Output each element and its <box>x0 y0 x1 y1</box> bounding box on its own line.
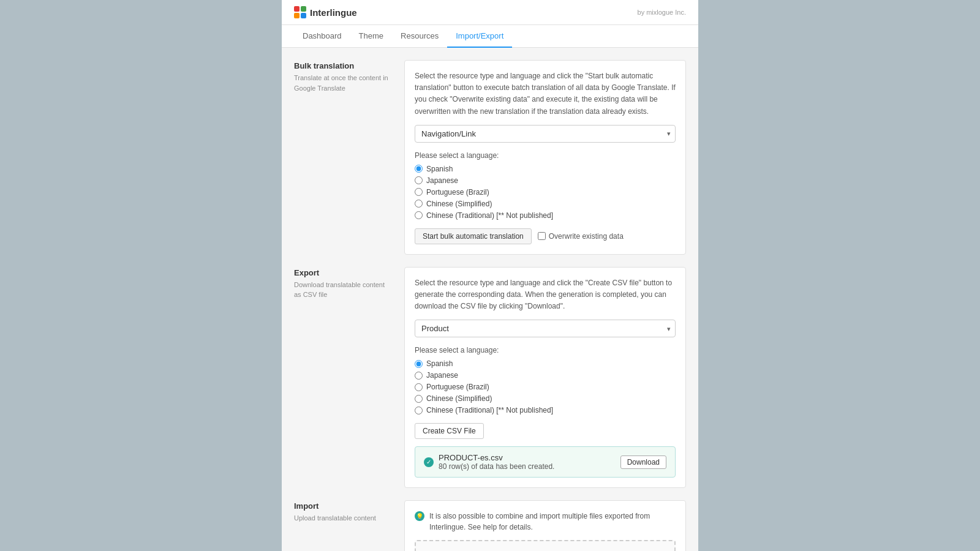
import-info-text: It is also possible to combine and impor… <box>429 511 676 533</box>
header: Interlingue by mixlogue Inc. <box>282 0 698 25</box>
bulk-translation-title: Bulk translation <box>294 61 392 70</box>
tab-theme[interactable]: Theme <box>350 25 392 48</box>
export-lang-japanese[interactable]: Japanese <box>415 371 676 380</box>
export-lang-zh-cn[interactable]: Chinese (Simplified) <box>415 394 676 403</box>
export-lang-japanese-radio[interactable] <box>415 372 423 380</box>
bulk-lang-pt-br[interactable]: Portuguese (Brazil) <box>415 188 676 197</box>
bulk-button-row: Start bulk automatic translation Overwri… <box>415 228 676 244</box>
tab-dashboard[interactable]: Dashboard <box>294 25 350 48</box>
export-lang-ptbr-radio[interactable] <box>415 383 423 391</box>
export-panel: Select the resource type and language an… <box>404 267 686 489</box>
main-content: Bulk translation Translate at once the c… <box>282 48 698 551</box>
export-filename: PRODUCT-es.csv <box>439 453 554 462</box>
nav-tabs: Dashboard Theme Resources Import/Export <box>282 25 698 48</box>
export-lang-spanish-radio[interactable] <box>415 360 423 368</box>
bulk-lang-japanese-radio[interactable] <box>415 176 423 184</box>
svg-rect-0 <box>294 6 300 12</box>
by-text: by mixlogue Inc. <box>638 9 686 16</box>
bulk-lang-zhtw-label: Chinese (Traditional) [** Not published] <box>426 211 553 220</box>
export-lang-zhcn-radio[interactable] <box>415 395 423 403</box>
import-label: Import Upload translatable content <box>294 500 392 551</box>
logo: Interlingue <box>294 6 357 18</box>
bulk-resource-select[interactable]: Navigation/Link Product Collection Blog … <box>415 125 676 143</box>
import-desc: Upload translatable content <box>294 513 392 523</box>
export-label: Export Download translatable content as … <box>294 267 392 489</box>
bulk-language-group: Spanish Japanese Portuguese (Brazil) Chi… <box>415 165 676 220</box>
export-success-row: ✓ PRODUCT-es.csv 80 row(s) of data has b… <box>415 446 676 478</box>
import-panel: 💡 It is also possible to combine and imp… <box>404 500 686 551</box>
export-success-content: PRODUCT-es.csv 80 row(s) of data has bee… <box>439 453 554 471</box>
import-section: Import Upload translatable content 💡 It … <box>294 500 686 551</box>
export-lang-zhtw-label: Chinese (Traditional) [** Not published] <box>426 406 553 414</box>
bulk-lang-zh-cn[interactable]: Chinese (Simplified) <box>415 200 676 208</box>
import-info-box: 💡 It is also possible to combine and imp… <box>415 511 676 533</box>
overwrite-label[interactable]: Overwrite existing data <box>538 232 624 241</box>
export-lang-spanish-label: Spanish <box>426 359 453 368</box>
export-lang-label: Please select a language: <box>415 346 676 354</box>
import-info-icon: 💡 <box>415 511 424 521</box>
export-title: Export <box>294 268 392 277</box>
export-lang-zh-tw[interactable]: Chinese (Traditional) [** Not published] <box>415 406 676 414</box>
svg-rect-3 <box>301 13 306 18</box>
logo-text: Interlingue <box>310 7 357 18</box>
export-lang-zhtw-radio[interactable] <box>415 407 423 414</box>
import-title: Import <box>294 501 392 511</box>
bulk-lang-label: Please select a language: <box>415 151 676 160</box>
export-section: Export Download translatable content as … <box>294 267 686 489</box>
export-lang-japanese-label: Japanese <box>426 371 458 380</box>
bulk-lang-spanish-label: Spanish <box>426 165 453 173</box>
export-lang-zhcn-label: Chinese (Simplified) <box>426 394 492 403</box>
export-button-row: Create CSV File <box>415 423 676 439</box>
bulk-lang-zh-tw[interactable]: Chinese (Traditional) [** Not published] <box>415 211 676 220</box>
bulk-lang-spanish[interactable]: Spanish <box>415 165 676 173</box>
create-csv-button[interactable]: Create CSV File <box>415 423 484 439</box>
export-success-left: ✓ PRODUCT-es.csv 80 row(s) of data has b… <box>424 453 554 471</box>
bulk-lang-japanese[interactable]: Japanese <box>415 176 676 185</box>
start-bulk-translation-button[interactable]: Start bulk automatic translation <box>415 228 532 244</box>
export-resource-select[interactable]: Navigation/Link Product Collection Blog … <box>415 320 676 337</box>
bulk-translation-panel: Select the resource type and language an… <box>404 60 686 255</box>
bulk-translation-panel-desc: Select the resource type and language an… <box>415 70 676 118</box>
svg-rect-1 <box>301 6 306 12</box>
export-success-icon: ✓ <box>424 457 434 467</box>
bulk-lang-ptbr-radio[interactable] <box>415 188 423 196</box>
export-lang-spanish[interactable]: Spanish <box>415 359 676 368</box>
bulk-lang-spanish-radio[interactable] <box>415 165 423 173</box>
export-success-message: 80 row(s) of data has been created. <box>439 462 554 471</box>
bulk-lang-japanese-label: Japanese <box>426 176 458 185</box>
logo-icon <box>294 6 306 18</box>
tab-import-export[interactable]: Import/Export <box>447 25 512 48</box>
bulk-lang-zhcn-radio[interactable] <box>415 200 423 208</box>
export-lang-ptbr-label: Portuguese (Brazil) <box>426 383 489 391</box>
svg-rect-2 <box>294 13 300 18</box>
bulk-translation-desc: Translate at once the content in Google … <box>294 73 392 93</box>
download-csv-button[interactable]: Download <box>620 455 666 469</box>
overwrite-label-text: Overwrite existing data <box>549 232 624 241</box>
tab-resources[interactable]: Resources <box>392 25 447 48</box>
bulk-translation-label: Bulk translation Translate at once the c… <box>294 60 392 255</box>
bulk-lang-zhcn-label: Chinese (Simplified) <box>426 200 492 208</box>
app-container: Interlingue by mixlogue Inc. Dashboard T… <box>282 0 698 551</box>
bulk-lang-zhtw-radio[interactable] <box>415 211 423 219</box>
overwrite-checkbox[interactable] <box>538 232 546 240</box>
bulk-lang-ptbr-label: Portuguese (Brazil) <box>426 188 489 197</box>
export-lang-pt-br[interactable]: Portuguese (Brazil) <box>415 383 676 391</box>
export-resource-select-wrapper: Navigation/Link Product Collection Blog … <box>415 320 676 337</box>
export-language-group: Spanish Japanese Portuguese (Brazil) Chi… <box>415 359 676 414</box>
export-panel-desc: Select the resource type and language an… <box>415 277 676 313</box>
bulk-translation-section: Bulk translation Translate at once the c… <box>294 60 686 255</box>
import-drop-zone[interactable]: Select a CSV file or drop files to uploa… <box>415 540 676 551</box>
export-desc: Download translatable content as CSV fil… <box>294 280 392 300</box>
bulk-resource-select-wrapper: Navigation/Link Product Collection Blog … <box>415 125 676 143</box>
